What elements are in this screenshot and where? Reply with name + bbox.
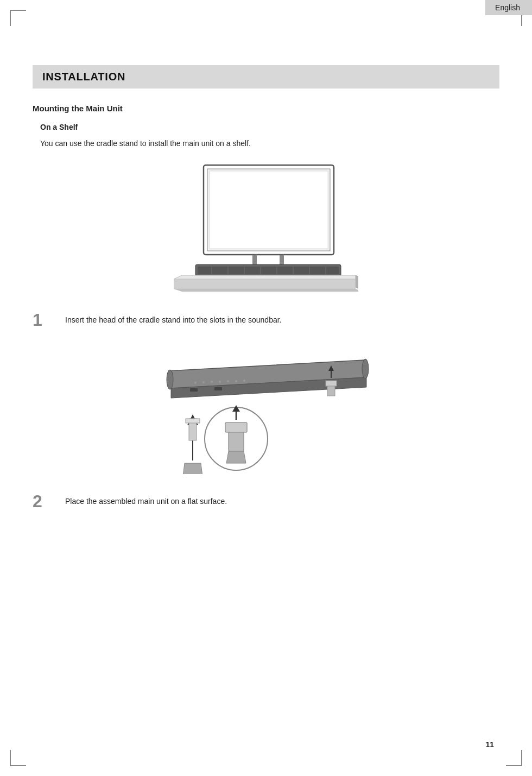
svg-point-25 [211, 381, 213, 383]
svg-rect-4 [280, 255, 284, 264]
svg-marker-35 [182, 463, 204, 474]
svg-point-26 [219, 381, 221, 383]
svg-rect-2 [210, 171, 328, 249]
svg-rect-32 [190, 388, 198, 392]
svg-point-27 [227, 380, 229, 382]
cradle-stand-illustration [33, 344, 499, 474]
svg-rect-41 [229, 432, 244, 451]
svg-point-24 [202, 381, 205, 383]
svg-rect-46 [327, 386, 335, 396]
section-header: INSTALLATION [33, 65, 499, 89]
mounting-heading: Mounting the Main Unit [33, 104, 499, 113]
shelf-body-text: You can use the cradle stand to install … [40, 138, 499, 149]
step-1-text: Insert the head of the cradle stand into… [65, 310, 282, 326]
section-title: INSTALLATION [42, 71, 125, 83]
step-1-number: 1 [33, 310, 65, 329]
svg-point-29 [243, 380, 245, 382]
svg-point-30 [167, 370, 173, 389]
step-2-number: 2 [33, 491, 65, 510]
main-content: INSTALLATION Mounting the Main Unit On a… [33, 0, 499, 510]
step-2: 2 Place the assembled main unit on a fla… [33, 491, 499, 510]
step-1: 1 Insert the head of the cradle stand in… [33, 310, 499, 329]
shelf-subheading: On a Shelf [40, 123, 499, 131]
svg-rect-19 [174, 279, 356, 289]
svg-marker-20 [174, 289, 358, 292]
corner-mark-tl [10, 10, 26, 26]
svg-rect-40 [225, 422, 247, 432]
language-label: English [485, 0, 532, 15]
svg-rect-6 [198, 267, 339, 274]
step-2-text: Place the assembled main unit on a flat … [65, 491, 227, 507]
svg-rect-33 [214, 387, 222, 390]
page-number: 11 [485, 740, 494, 749]
svg-rect-45 [326, 381, 337, 386]
svg-marker-17 [174, 275, 358, 279]
svg-point-28 [235, 380, 237, 382]
svg-rect-38 [186, 419, 200, 423]
svg-rect-3 [252, 255, 257, 264]
tv-soundbar-illustration [33, 162, 499, 293]
corner-mark-br [506, 750, 522, 766]
svg-point-31 [362, 359, 369, 378]
svg-marker-42 [226, 451, 246, 463]
svg-point-23 [194, 382, 197, 384]
corner-mark-bl [10, 750, 26, 766]
